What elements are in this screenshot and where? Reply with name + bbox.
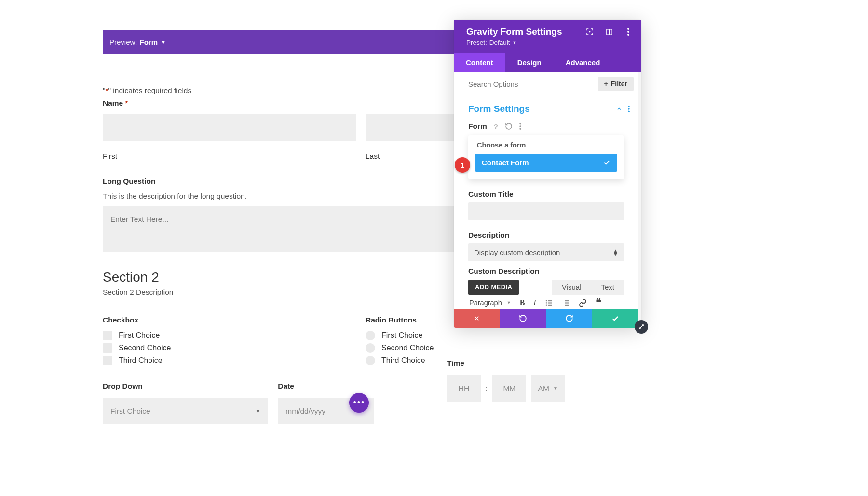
- panel-tabs: Content Design Advanced: [454, 53, 641, 72]
- checkbox-option[interactable]: Second Choice: [103, 343, 356, 353]
- description-select[interactable]: Display custom description ▲▼: [468, 243, 624, 261]
- columns-icon[interactable]: [605, 27, 613, 36]
- preset-selector[interactable]: Preset: Default ▼: [466, 39, 562, 46]
- more-icon[interactable]: [628, 106, 630, 112]
- panel-action-bar: [454, 309, 638, 328]
- editor-tab-text[interactable]: Text: [591, 280, 624, 295]
- filter-button[interactable]: +Filter: [598, 77, 634, 91]
- more-icon[interactable]: [624, 27, 633, 36]
- caret-down-icon: ▼: [255, 408, 260, 414]
- dropdown-label: Drop Down: [103, 382, 268, 390]
- svg-point-14: [545, 302, 546, 303]
- svg-line-23: [639, 325, 643, 329]
- time-separator: :: [486, 384, 488, 393]
- svg-point-3: [627, 28, 629, 30]
- radio-icon: [366, 343, 375, 353]
- svg-point-11: [519, 128, 521, 130]
- editor-toolbar: Paragraph ▼ B I ❝: [468, 295, 624, 309]
- paragraph-format-select[interactable]: Paragraph ▼: [469, 299, 511, 307]
- svg-point-0: [589, 31, 591, 33]
- italic-icon[interactable]: I: [533, 298, 536, 307]
- close-button[interactable]: [454, 309, 500, 328]
- preview-label: Preview:: [109, 38, 137, 46]
- time-mm-input[interactable]: MM: [492, 375, 526, 402]
- preview-value: Form: [140, 38, 158, 46]
- reset-icon[interactable]: [505, 122, 513, 130]
- svg-point-6: [628, 106, 630, 107]
- more-icon[interactable]: [519, 123, 521, 130]
- search-options-input[interactable]: [468, 80, 598, 88]
- editor-tab-visual[interactable]: Visual: [552, 280, 591, 295]
- checkbox-label: Checkbox: [103, 316, 356, 324]
- description-label: Description: [468, 231, 624, 240]
- custom-title-input[interactable]: [468, 202, 624, 220]
- checkbox-icon: [103, 331, 112, 340]
- bold-icon[interactable]: B: [520, 298, 525, 307]
- caret-down-icon: ▼: [507, 300, 511, 305]
- help-icon[interactable]: ?: [494, 122, 498, 131]
- svg-point-7: [628, 108, 630, 110]
- tab-content[interactable]: Content: [454, 53, 505, 72]
- panel-title: Gravity Form Settings: [466, 27, 562, 37]
- bullet-list-icon[interactable]: [545, 299, 553, 307]
- panel-header: Gravity Form Settings Preset: Default ▼: [454, 20, 641, 53]
- radio-icon: [366, 331, 375, 340]
- radio-icon: [366, 356, 375, 365]
- form-dropdown-card: Choose a form Contact Form: [468, 135, 624, 179]
- radio-option[interactable]: Second Choice: [366, 343, 619, 353]
- checkbox-icon: [103, 343, 112, 353]
- choose-form-hint: Choose a form: [477, 141, 617, 149]
- form-settings-group-title[interactable]: Form Settings: [468, 104, 530, 114]
- quote-icon[interactable]: ❝: [596, 300, 601, 305]
- checkbox-option[interactable]: Third Choice: [103, 356, 356, 365]
- numbered-list-icon[interactable]: [562, 299, 570, 307]
- time-label: Time: [447, 359, 565, 368]
- caret-down-icon: ▼: [161, 40, 166, 45]
- svg-point-16: [545, 304, 546, 305]
- svg-point-10: [519, 125, 521, 127]
- time-field: Time HH : MM AM ▼: [447, 359, 565, 402]
- time-ampm-select[interactable]: AM ▼: [531, 375, 565, 402]
- sort-icon: ▲▼: [613, 249, 618, 256]
- step-1-badge: 1: [455, 157, 470, 173]
- svg-point-8: [628, 111, 630, 113]
- add-media-button[interactable]: ADD MEDIA: [468, 280, 519, 295]
- form-dropdown-selected[interactable]: Contact Form: [475, 154, 617, 172]
- date-label: Date: [278, 382, 443, 390]
- caret-down-icon: ▼: [513, 40, 517, 45]
- form-option-label: Form: [468, 122, 487, 131]
- svg-point-4: [627, 31, 629, 33]
- settings-panel: Gravity Form Settings Preset: Default ▼ …: [454, 20, 641, 328]
- custom-title-label: Custom Title: [468, 190, 624, 199]
- tab-advanced[interactable]: Advanced: [554, 53, 612, 72]
- checkbox-option[interactable]: First Choice: [103, 331, 356, 340]
- redo-button[interactable]: [546, 309, 593, 328]
- check-icon: [603, 159, 610, 166]
- svg-point-9: [519, 123, 521, 125]
- caret-down-icon: ▼: [553, 386, 558, 391]
- expand-panel-icon[interactable]: [635, 320, 648, 334]
- dropdown-select[interactable]: First Choice ▼: [103, 398, 268, 424]
- tab-design[interactable]: Design: [505, 53, 554, 72]
- time-hh-input[interactable]: HH: [447, 375, 481, 402]
- link-icon[interactable]: [579, 299, 587, 307]
- first-name-input[interactable]: [103, 114, 356, 141]
- save-button[interactable]: [592, 309, 638, 328]
- checkbox-icon: [103, 356, 112, 365]
- radio-option[interactable]: First Choice: [366, 331, 619, 340]
- svg-point-5: [627, 34, 629, 36]
- first-sublabel: First: [103, 152, 356, 161]
- undo-button[interactable]: [500, 309, 546, 328]
- svg-point-12: [545, 300, 546, 301]
- collapse-icon[interactable]: [616, 106, 622, 112]
- custom-description-label: Custom Description: [468, 267, 624, 276]
- focus-icon[interactable]: [585, 27, 594, 36]
